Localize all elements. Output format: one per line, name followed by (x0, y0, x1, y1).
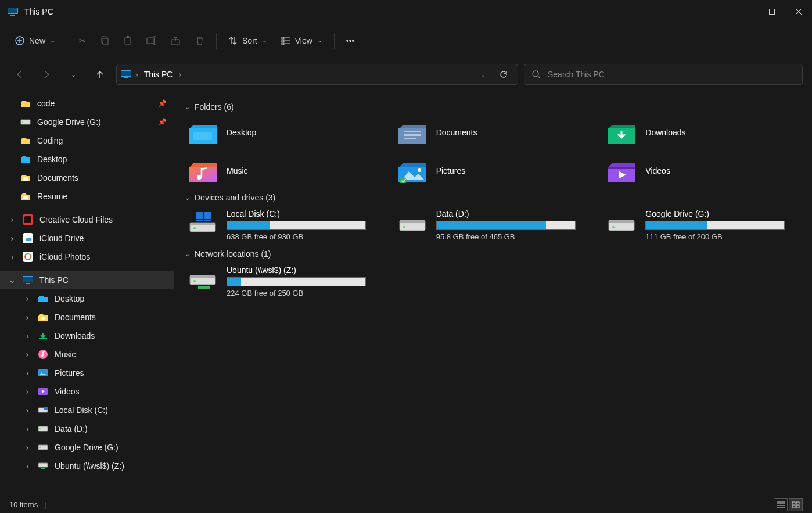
disk-net-icon (187, 266, 218, 291)
tiles-view-button[interactable] (789, 498, 803, 511)
chevron-right-icon[interactable]: › (23, 387, 31, 396)
folder-item[interactable]: Documents (394, 116, 592, 149)
sidebar-quick-item[interactable]: Documents (0, 168, 174, 187)
sidebar-item-label: Documents (37, 173, 78, 182)
copy-button[interactable] (94, 30, 115, 51)
drive-item[interactable]: Data (D:) 95.8 GB free of 465 GB (394, 207, 592, 243)
recent-button[interactable]: ⌄ (63, 64, 84, 85)
sidebar[interactable]: code 📌 Google Drive (G:) 📌 Coding Deskto… (0, 91, 174, 496)
sidebar-quick-item[interactable]: Resume (0, 187, 174, 206)
chevron-down-icon[interactable]: ⌄ (8, 275, 16, 285)
chevron-right-icon[interactable]: › (8, 234, 16, 243)
chevron-down-icon[interactable]: ⌄ (185, 250, 190, 258)
breadcrumb-thispc[interactable]: This PC (142, 70, 175, 79)
sidebar-cloud-item[interactable]: › Creative Cloud Files (0, 210, 174, 229)
paste-button[interactable] (117, 30, 138, 51)
sidebar-thispc-child[interactable]: › Pictures (0, 364, 174, 382)
sidebar-cloud-item[interactable]: › iCloud Photos (0, 247, 174, 266)
chevron-right-icon[interactable]: › (23, 350, 31, 359)
chevron-right-icon[interactable]: › (178, 70, 181, 79)
sidebar-thispc-child[interactable]: › Ubuntu (\\wsl$) (Z:) (0, 457, 174, 475)
drive-item[interactable]: Ubuntu (\\wsl$) (Z:) 224 GB free of 250 … (185, 263, 383, 300)
drive-item[interactable]: Google Drive (G:) 111 GB free of 200 GB (603, 207, 802, 243)
folder-item[interactable]: Music (185, 155, 383, 187)
chevron-right-icon[interactable]: › (23, 461, 31, 471)
forward-button[interactable] (36, 64, 57, 85)
divider (279, 254, 802, 254)
icloud-icon (22, 232, 34, 244)
chevron-right-icon[interactable]: › (23, 406, 31, 415)
sidebar-thispc-child[interactable]: › Data (D:) (0, 419, 174, 438)
folder-item[interactable]: Desktop (185, 116, 383, 149)
rename-button[interactable] (141, 30, 163, 51)
up-button[interactable] (89, 64, 110, 85)
sidebar-cloud-item[interactable]: › iCloud Drive (0, 229, 174, 247)
sidebar-item-label: Desktop (55, 294, 84, 303)
refresh-button[interactable] (493, 64, 514, 85)
folder-label: Pictures (436, 166, 466, 175)
sidebar-thispc-child[interactable]: › Desktop (0, 289, 174, 308)
chevron-right-icon[interactable]: › (23, 313, 31, 322)
sidebar-thispc-child[interactable]: › Videos (0, 382, 174, 401)
more-button[interactable]: ••• (340, 30, 361, 51)
sidebar-quick-item[interactable]: Desktop (0, 150, 174, 168)
folder-blue-icon (20, 153, 31, 165)
sidebar-thispc-child[interactable]: › Downloads (0, 327, 174, 345)
share-button[interactable] (165, 30, 187, 51)
details-view-button[interactable] (774, 498, 788, 511)
titlebar: This PC (0, 0, 812, 23)
sidebar-item-label: Ubuntu (\\wsl$) (Z:) (55, 461, 124, 471)
chevron-right-icon[interactable]: › (23, 368, 31, 378)
chevron-right-icon[interactable]: › (23, 424, 31, 433)
cut-button[interactable]: ✂ (73, 30, 92, 51)
svg-rect-36 (38, 369, 48, 376)
chevron-down-icon[interactable]: ⌄ (185, 103, 190, 111)
drive-usage-bar (436, 221, 576, 230)
chevron-right-icon[interactable]: › (8, 252, 16, 261)
close-button[interactable] (785, 0, 812, 23)
folder-yellow-icon (20, 98, 31, 109)
search-input[interactable] (548, 70, 795, 79)
downloads-icon (606, 120, 637, 145)
sidebar-quick-item[interactable]: Google Drive (G:) 📌 (0, 113, 174, 131)
maximize-button[interactable] (759, 0, 785, 23)
address-history-button[interactable]: ⌄ (472, 64, 493, 85)
group-drives[interactable]: ⌄ Devices and drives (3) (185, 193, 802, 202)
back-button[interactable] (9, 64, 30, 85)
minimize-button[interactable] (732, 0, 759, 23)
group-folders[interactable]: ⌄ Folders (6) (185, 102, 802, 112)
disk-icon (397, 209, 428, 235)
folder-item[interactable]: Downloads (603, 116, 802, 149)
chevron-right-icon[interactable]: › (135, 70, 138, 79)
address-bar[interactable]: › This PC › ⌄ (116, 64, 518, 85)
folder-item[interactable]: Pictures (394, 155, 592, 187)
sidebar-thispc-child[interactable]: › Google Drive (G:) (0, 438, 174, 457)
sidebar-quick-item[interactable]: code 📌 (0, 94, 174, 113)
view-button[interactable]: View ⌄ (275, 30, 328, 51)
new-button[interactable]: New ⌄ (9, 30, 61, 51)
sidebar-quick-item[interactable]: Coding (0, 131, 174, 150)
svg-rect-8 (125, 37, 131, 44)
chevron-right-icon[interactable]: › (23, 294, 31, 303)
sidebar-thispc-child[interactable]: › Documents (0, 308, 174, 327)
divider (242, 107, 802, 107)
breadcrumb-label: This PC (144, 70, 173, 79)
view-icon (281, 36, 290, 45)
sidebar-thispc-child[interactable]: › Music (0, 345, 174, 364)
chevron-right-icon[interactable]: › (23, 443, 31, 452)
chevron-right-icon[interactable]: › (8, 215, 16, 224)
chevron-down-icon: ⌄ (50, 37, 55, 44)
folder-item[interactable]: Videos (603, 155, 802, 187)
sidebar-thispc-child[interactable]: › Local Disk (C:) (0, 401, 174, 419)
group-network[interactable]: ⌄ Network locations (1) (185, 249, 802, 259)
chevron-down-icon[interactable]: ⌄ (185, 194, 190, 202)
chevron-right-icon[interactable]: › (23, 331, 31, 340)
sort-button[interactable]: Sort ⌄ (222, 30, 273, 51)
sidebar-item-thispc[interactable]: ⌄ This PC (0, 271, 174, 289)
drive-item[interactable]: Local Disk (C:) 638 GB free of 930 GB (185, 207, 383, 243)
drive-white-icon (20, 116, 31, 128)
disk-win-icon (187, 209, 218, 235)
search-box[interactable] (524, 64, 803, 85)
content-area[interactable]: ⌄ Folders (6) Desktop Documents Download… (174, 91, 812, 496)
delete-button[interactable] (189, 30, 210, 51)
